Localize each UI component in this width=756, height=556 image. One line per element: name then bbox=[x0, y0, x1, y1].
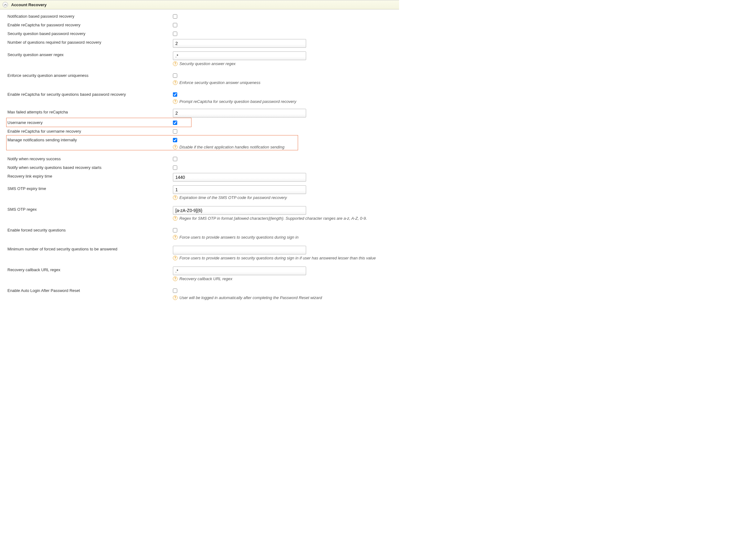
label: Max failed attempts for reCaptcha bbox=[7, 108, 173, 116]
row-recovery-link-expiry: Recovery link expiry time bbox=[7, 172, 399, 182]
row-notify-secq-start: Notify when security questions based rec… bbox=[7, 163, 399, 172]
collapse-toggle[interactable] bbox=[2, 2, 8, 7]
help-icon: ? bbox=[173, 145, 178, 149]
max-failed-recaptcha-input[interactable] bbox=[173, 109, 306, 117]
label: Minimum number of forced security questi… bbox=[7, 245, 173, 253]
help-icon: ? bbox=[173, 61, 178, 66]
label: Notify when security questions based rec… bbox=[7, 163, 173, 172]
hint: Force users to provide answers to securi… bbox=[179, 235, 298, 240]
row-max-failed-recaptcha: Max failed attempts for reCaptcha bbox=[7, 108, 399, 118]
notify-success-checkbox[interactable] bbox=[173, 157, 177, 161]
row-notif-pw-recovery: Notification based password recovery bbox=[7, 12, 399, 21]
row-secq-pw-recovery: Security question based password recover… bbox=[7, 29, 399, 38]
hint: Regex for SMS OTP in format [allowed cha… bbox=[179, 216, 367, 221]
row-num-questions: Number of questions required for passwor… bbox=[7, 38, 399, 49]
row-min-forced-secq: Minimum number of forced security questi… bbox=[7, 245, 399, 261]
help-icon: ? bbox=[173, 276, 178, 281]
notif-pw-recovery-checkbox[interactable] bbox=[173, 14, 177, 19]
row-sms-otp-expiry: SMS OTP expiry time ?Expiration time of … bbox=[7, 184, 399, 201]
label: SMS OTP regex bbox=[7, 205, 173, 213]
hint: Prompt reCaptcha for security question b… bbox=[179, 99, 296, 104]
recaptcha-secq-checkbox[interactable] bbox=[173, 92, 177, 97]
manage-notif-checkbox[interactable] bbox=[173, 138, 177, 142]
label: Manage notifications sending internally bbox=[7, 136, 173, 144]
secq-pw-recovery-checkbox[interactable] bbox=[173, 32, 177, 36]
label: Security question answer regex bbox=[7, 50, 173, 59]
label: Enable forced security questions bbox=[7, 226, 173, 234]
row-forced-secq: Enable forced security questions ?Force … bbox=[7, 226, 399, 241]
help-icon: ? bbox=[173, 296, 178, 300]
help-icon: ? bbox=[173, 99, 178, 104]
row-callback-regex: Recovery callback URL regex ?Recovery ca… bbox=[7, 266, 399, 282]
row-recaptcha-pw-recovery: Enable reCaptcha for password recovery bbox=[7, 21, 399, 29]
sms-otp-expiry-input[interactable] bbox=[173, 185, 306, 194]
row-recaptcha-secq: Enable reCaptcha for security questions … bbox=[7, 90, 399, 105]
label: Enable reCaptcha for username recovery bbox=[7, 127, 173, 135]
label: Notification based password recovery bbox=[7, 12, 173, 21]
hint: Expiration time of the SMS OTP code for … bbox=[179, 195, 287, 200]
hint: Security question answer regex bbox=[179, 61, 236, 66]
row-recaptcha-username: Enable reCaptcha for username recovery bbox=[7, 127, 399, 136]
hint: Force users to provide answers to securi… bbox=[179, 256, 376, 260]
sms-otp-regex-input[interactable] bbox=[173, 206, 306, 215]
recaptcha-username-checkbox[interactable] bbox=[173, 129, 177, 134]
label: Enable Auto Login After Password Reset bbox=[7, 286, 173, 295]
hint: Recovery callback URL regex bbox=[179, 276, 232, 281]
label: Username recovery bbox=[7, 118, 173, 127]
label: Number of questions required for passwor… bbox=[7, 38, 173, 46]
notify-secq-start-checkbox[interactable] bbox=[173, 166, 177, 170]
recovery-link-expiry-input[interactable] bbox=[173, 173, 306, 182]
help-icon: ? bbox=[173, 235, 178, 240]
section-header: Account Recovery bbox=[0, 0, 399, 9]
row-notify-success: Notify when recovery success bbox=[7, 155, 399, 163]
secq-regex-input[interactable] bbox=[173, 51, 306, 60]
row-sms-otp-regex: SMS OTP regex ?Regex for SMS OTP in form… bbox=[7, 205, 399, 221]
label: Recovery link expiry time bbox=[7, 172, 173, 180]
row-auto-login: Enable Auto Login After Password Reset ?… bbox=[7, 286, 399, 301]
recaptcha-pw-recovery-checkbox[interactable] bbox=[173, 23, 177, 27]
callback-regex-input[interactable] bbox=[173, 267, 306, 275]
label: Security question based password recover… bbox=[7, 29, 173, 38]
auto-login-checkbox[interactable] bbox=[173, 288, 177, 293]
row-secq-regex: Security question answer regex ?Security… bbox=[7, 50, 399, 67]
label: Enforce security question answer uniquen… bbox=[7, 71, 173, 80]
row-username-recovery: Username recovery bbox=[7, 118, 399, 127]
num-questions-input[interactable] bbox=[173, 39, 306, 48]
hint: Disable if the client application handle… bbox=[179, 145, 284, 149]
help-icon: ? bbox=[173, 256, 178, 260]
row-manage-notif: Manage notifications sending internally … bbox=[7, 136, 399, 150]
label: Enable reCaptcha for security questions … bbox=[7, 90, 173, 99]
row-enforce-uniq: Enforce security question answer uniquen… bbox=[7, 71, 399, 86]
hint: User will be logged in automatically aft… bbox=[179, 296, 322, 300]
chevron-up-icon bbox=[4, 3, 7, 6]
forced-secq-checkbox[interactable] bbox=[173, 228, 177, 233]
username-recovery-checkbox[interactable] bbox=[173, 120, 177, 125]
help-icon: ? bbox=[173, 216, 178, 221]
help-icon: ? bbox=[173, 80, 178, 85]
section-content: Notification based password recovery Ena… bbox=[0, 9, 399, 304]
label: Enable reCaptcha for password recovery bbox=[7, 21, 173, 29]
help-icon: ? bbox=[173, 195, 178, 200]
label: SMS OTP expiry time bbox=[7, 184, 173, 193]
hint: Enforce security question answer uniquen… bbox=[179, 80, 260, 85]
enforce-uniq-checkbox[interactable] bbox=[173, 73, 177, 78]
section-title: Account Recovery bbox=[11, 2, 46, 7]
min-forced-secq-input[interactable] bbox=[173, 246, 306, 254]
label: Notify when recovery success bbox=[7, 155, 173, 163]
label: Recovery callback URL regex bbox=[7, 266, 173, 274]
